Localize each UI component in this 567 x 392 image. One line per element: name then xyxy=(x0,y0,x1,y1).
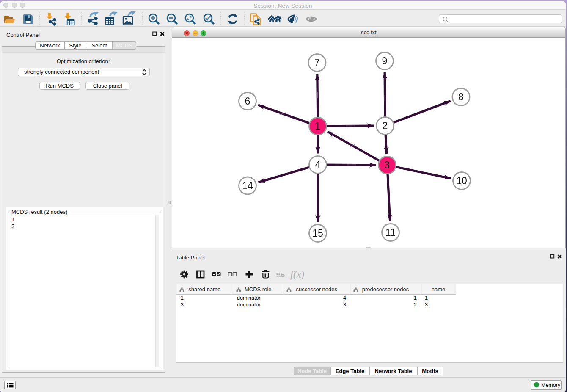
svg-text:4: 4 xyxy=(315,159,321,170)
svg-text:10: 10 xyxy=(456,175,467,186)
svg-text:3: 3 xyxy=(385,160,390,171)
svg-text:15: 15 xyxy=(312,228,323,239)
svg-text:9: 9 xyxy=(382,55,388,66)
svg-text:11: 11 xyxy=(385,227,396,238)
svg-text:f(x): f(x) xyxy=(290,268,304,279)
svg-text:1: 1 xyxy=(315,121,321,132)
svg-text:7: 7 xyxy=(314,57,320,68)
svg-text:2: 2 xyxy=(383,120,388,131)
svg-text:8: 8 xyxy=(458,91,464,102)
svg-text:6: 6 xyxy=(245,96,250,107)
svg-text:14: 14 xyxy=(242,180,253,191)
